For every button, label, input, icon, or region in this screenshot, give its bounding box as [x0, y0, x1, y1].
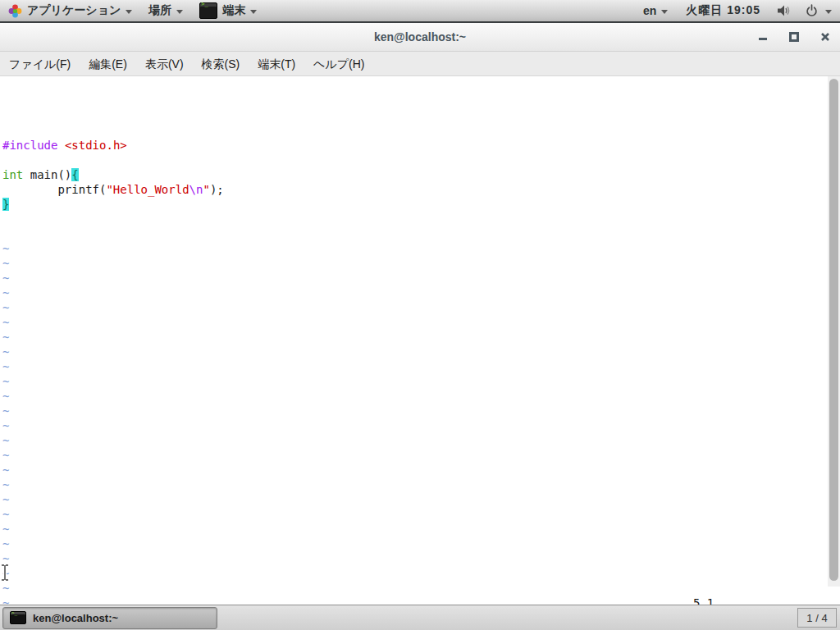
empty-line-tilde: ~	[2, 330, 840, 345]
terminal-viewport[interactable]: #include <stdio.h> int main(){ printf("H…	[0, 76, 840, 605]
empty-line-tilde: ~	[2, 463, 840, 477]
empty-line-tilde: ~	[2, 359, 840, 374]
menu-help[interactable]: ヘルプ(H)	[304, 52, 373, 76]
empty-line-tilde: ~	[2, 566, 840, 581]
tilde-column: ~~~~~~~~~~~~~~~~~~~~~~~~~~~~~	[2, 241, 840, 605]
chevron-down-icon	[176, 10, 183, 14]
places-label: 場所	[148, 3, 171, 18]
terminal-icon	[199, 2, 217, 19]
menu-terminal[interactable]: 端末(T)	[249, 52, 304, 76]
empty-line-tilde: ~	[2, 418, 840, 433]
workspace-switcher[interactable]: 1 / 4	[797, 608, 837, 628]
text-cursor-pointer	[0, 564, 10, 582]
applications-menu[interactable]: アプリケーション	[0, 0, 140, 21]
empty-line-tilde: ~	[2, 522, 840, 536]
maximize-button[interactable]	[789, 32, 799, 42]
empty-line-tilde: ~	[2, 492, 840, 507]
empty-line-tilde: ~	[2, 315, 840, 330]
places-menu[interactable]: 場所	[140, 0, 191, 21]
code-line: int main(){	[2, 167, 840, 182]
empty-line-tilde: ~	[2, 374, 840, 389]
scrollbar-thumb[interactable]	[829, 79, 838, 581]
empty-line-tilde: ~	[2, 448, 840, 463]
scrollbar[interactable]	[828, 76, 840, 587]
vim-ruler: 5,1 全て	[0, 581, 840, 596]
taskbar-window-label: ken@localhost:~	[33, 612, 118, 624]
close-icon	[820, 32, 830, 42]
terminal-menubar: ファイル(F) 編集(E) 表示(V) 検索(S) 端末(T) ヘルプ(H)	[0, 52, 840, 76]
code-line: }	[2, 197, 840, 212]
empty-line-tilde: ~	[2, 507, 840, 522]
chevron-down-icon	[661, 10, 668, 14]
top-panel: アプリケーション 場所 端末 en 火曜日 19:05	[0, 0, 840, 23]
empty-line-tilde: ~	[2, 404, 840, 418]
clock-label: 火曜日 19:05	[686, 3, 760, 18]
taskbar-window-button[interactable]: ken@localhost:~	[2, 607, 217, 629]
active-app-label: 端末	[222, 3, 245, 18]
keyboard-layout-indicator[interactable]: en	[635, 0, 676, 21]
empty-line-tilde: ~	[2, 389, 840, 404]
applications-icon	[8, 4, 22, 18]
workspace-label: 1 / 4	[806, 612, 827, 624]
menu-file[interactable]: ファイル(F)	[0, 52, 80, 76]
close-button[interactable]	[820, 32, 830, 42]
cursor-position: 5,1	[693, 596, 714, 605]
applications-label: アプリケーション	[27, 3, 121, 18]
menu-edit[interactable]: 編集(E)	[80, 52, 136, 76]
chevron-down-icon	[250, 10, 257, 14]
menu-search[interactable]: 検索(S)	[193, 52, 249, 76]
code-line: printf("Hello_World\n");	[2, 182, 840, 197]
desktop: アプリケーション 場所 端末 en 火曜日 19:05	[0, 0, 840, 630]
empty-line-tilde: ~	[2, 536, 840, 551]
code-line	[2, 153, 840, 167]
chevron-down-icon[interactable]	[825, 10, 832, 14]
bottom-taskbar: ken@localhost:~ 1 / 4	[0, 605, 840, 630]
chevron-down-icon	[126, 10, 132, 14]
empty-line-tilde: ~	[2, 300, 840, 315]
menu-view[interactable]: 表示(V)	[136, 52, 193, 76]
empty-line-tilde: ~	[2, 345, 840, 359]
empty-line-tilde: ~	[2, 271, 840, 285]
clock[interactable]: 火曜日 19:05	[676, 0, 770, 21]
empty-line-tilde: ~	[2, 477, 840, 492]
volume-icon[interactable]	[777, 4, 792, 17]
language-label: en	[643, 4, 656, 17]
power-icon[interactable]	[805, 4, 819, 18]
minimize-button[interactable]	[758, 32, 768, 42]
empty-line-tilde: ~	[2, 256, 840, 271]
window-title: ken@localhost:~	[0, 30, 840, 43]
empty-line-tilde: ~	[2, 241, 840, 256]
active-app-menu[interactable]: 端末	[191, 0, 265, 21]
code-lines: #include <stdio.h> int main(){ printf("H…	[2, 138, 840, 212]
empty-line-tilde: ~	[2, 596, 840, 605]
empty-line-tilde: ~	[2, 285, 840, 300]
empty-line-tilde: ~	[2, 433, 840, 448]
window-titlebar[interactable]: ken@localhost:~	[0, 23, 840, 52]
terminal-icon	[10, 611, 26, 624]
empty-line-tilde: ~	[2, 551, 840, 566]
code-line: #include <stdio.h>	[2, 138, 840, 153]
